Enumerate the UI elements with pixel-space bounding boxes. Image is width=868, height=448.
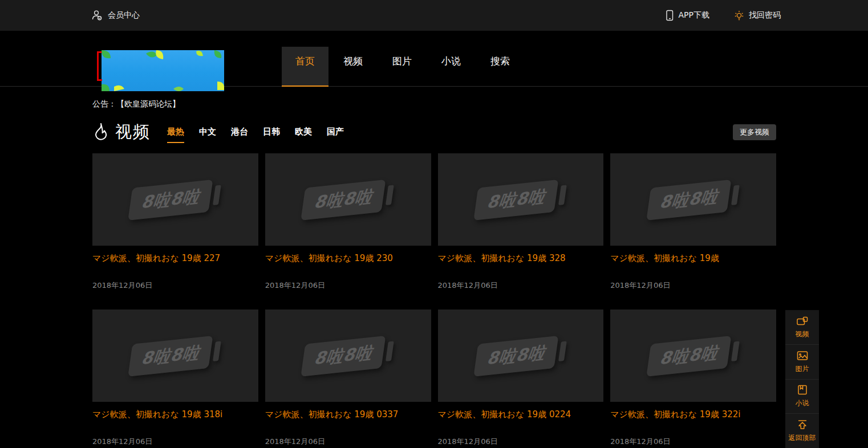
more-videos-button[interactable]: 更多视频 bbox=[733, 124, 776, 140]
watermark-logo: 8啦8啦 bbox=[301, 179, 394, 220]
float-nav-image-label: 图片 bbox=[796, 364, 809, 374]
video-thumbnail[interactable]: 8啦8啦 bbox=[610, 309, 776, 402]
float-nav-video[interactable]: 视频 bbox=[785, 310, 819, 344]
category-tab-hottest[interactable]: 最热 bbox=[167, 127, 184, 143]
app-download-link[interactable]: APP下载 bbox=[664, 10, 709, 21]
video-card[interactable]: 8啦8啦 マジ軟派、初撮れおな 19歳 230 2018年12月06日 bbox=[265, 153, 431, 309]
floating-side-nav: 视频 图片 小说 返回顶部 bbox=[785, 310, 819, 448]
video-date: 2018年12月06日 bbox=[438, 437, 604, 447]
video-section-header: 视频 最热 中文 港台 日韩 欧美 国产 更多视频 bbox=[92, 121, 776, 144]
topbar: 会员中心 APP下载 bbox=[0, 0, 868, 31]
video-thumbnail[interactable]: 8啦8啦 bbox=[265, 309, 431, 402]
app-download-label: APP下载 bbox=[679, 10, 709, 21]
video-thumbnail[interactable]: 8啦8啦 bbox=[265, 153, 431, 246]
video-card[interactable]: 8啦8啦 マジ軟派、初撮れおな 19歳 0224 2018年12月06日 bbox=[438, 309, 604, 448]
user-icon bbox=[91, 10, 103, 21]
book-icon bbox=[797, 384, 808, 396]
watermark-logo: 8啦8啦 bbox=[129, 179, 222, 220]
nav-tab-video[interactable]: 视频 bbox=[328, 47, 378, 87]
member-center-label: 会员中心 bbox=[108, 10, 140, 21]
watermark-logo: 8啦8啦 bbox=[474, 179, 567, 220]
float-nav-back-to-top[interactable]: 返回顶部 bbox=[785, 413, 819, 448]
flame-icon bbox=[92, 123, 109, 142]
nav-tab-novel[interactable]: 小说 bbox=[427, 47, 476, 87]
watermark-logo: 8啦8啦 bbox=[647, 179, 740, 220]
lightbulb-icon bbox=[733, 10, 745, 21]
float-nav-back-to-top-label: 返回顶部 bbox=[789, 433, 816, 443]
watermark-logo: 8啦8啦 bbox=[474, 335, 567, 376]
watermark-logo: 8啦8啦 bbox=[647, 335, 740, 376]
video-date: 2018年12月06日 bbox=[438, 280, 604, 291]
video-date: 2018年12月06日 bbox=[92, 280, 258, 291]
site-logo[interactable] bbox=[102, 50, 224, 91]
main-nav: 首页 视频 图片 小说 搜索 bbox=[282, 47, 525, 87]
announcement-text: 公告：【欧皇源码论坛】 bbox=[92, 99, 180, 108]
category-tab-domestic[interactable]: 国产 bbox=[327, 127, 344, 143]
section-title: 视频 bbox=[92, 121, 151, 144]
logo-leaves bbox=[102, 50, 224, 91]
video-date: 2018年12月06日 bbox=[265, 280, 431, 291]
video-date: 2018年12月06日 bbox=[92, 437, 258, 447]
section-heading: 视频 bbox=[115, 121, 151, 144]
video-title[interactable]: マジ軟派、初撮れおな 19歳 227 bbox=[92, 253, 258, 264]
category-tab-hk-tw[interactable]: 港台 bbox=[231, 127, 248, 143]
float-nav-image[interactable]: 图片 bbox=[785, 344, 819, 379]
category-tabs: 最热 中文 港台 日韩 欧美 国产 bbox=[160, 127, 351, 143]
video-date: 2018年12月06日 bbox=[610, 280, 776, 291]
video-title[interactable]: マジ軟派、初撮れおな 19歳 0337 bbox=[265, 409, 431, 420]
video-date: 2018年12月06日 bbox=[610, 437, 776, 447]
image-icon bbox=[796, 350, 809, 361]
video-camera-icon bbox=[796, 315, 809, 327]
announcement-bar: 公告：【欧皇源码论坛】 bbox=[92, 99, 868, 109]
watermark-logo: 8啦8啦 bbox=[129, 335, 222, 376]
video-card[interactable]: 8啦8啦 マジ軟派、初撮れおな 19歳 322i 2018年12月06日 bbox=[610, 309, 776, 448]
video-grid: 8啦8啦 マジ軟派、初撮れおな 19歳 227 2018年12月06日 8啦8啦… bbox=[92, 153, 776, 448]
phone-icon bbox=[664, 10, 675, 21]
watermark-logo: 8啦8啦 bbox=[301, 335, 394, 376]
find-password-label: 找回密码 bbox=[749, 10, 781, 21]
member-center-link[interactable]: 会员中心 bbox=[91, 10, 140, 21]
video-thumbnail[interactable]: 8啦8啦 bbox=[438, 309, 604, 402]
arrow-up-icon bbox=[796, 419, 809, 430]
video-thumbnail[interactable]: 8啦8啦 bbox=[92, 309, 258, 402]
video-card[interactable]: 8啦8啦 マジ軟派、初撮れおな 19歳 227 2018年12月06日 bbox=[92, 153, 258, 309]
video-card[interactable]: 8啦8啦 マジ軟派、初撮れおな 19歳 318i 2018年12月06日 bbox=[92, 309, 258, 448]
video-title[interactable]: マジ軟派、初撮れおな 19歳 bbox=[610, 253, 776, 264]
video-thumbnail[interactable]: 8啦8啦 bbox=[610, 153, 776, 246]
video-card[interactable]: 8啦8啦 マジ軟派、初撮れおな 19歳 2018年12月06日 bbox=[610, 153, 776, 309]
video-title[interactable]: マジ軟派、初撮れおな 19歳 230 bbox=[265, 253, 431, 264]
float-nav-novel[interactable]: 小说 bbox=[785, 379, 819, 414]
float-nav-video-label: 视频 bbox=[796, 329, 809, 339]
find-password-link[interactable]: 找回密码 bbox=[733, 10, 781, 21]
video-date: 2018年12月06日 bbox=[265, 437, 431, 447]
nav-tab-search[interactable]: 搜索 bbox=[476, 47, 525, 87]
site-header: 首页 视频 图片 小说 搜索 bbox=[0, 31, 868, 87]
video-card[interactable]: 8啦8啦 マジ軟派、初撮れおな 19歳 328 2018年12月06日 bbox=[438, 153, 604, 309]
video-thumbnail[interactable]: 8啦8啦 bbox=[438, 153, 604, 246]
video-title[interactable]: マジ軟派、初撮れおな 19歳 322i bbox=[610, 409, 776, 420]
video-thumbnail[interactable]: 8啦8啦 bbox=[92, 153, 258, 246]
video-title[interactable]: マジ軟派、初撮れおな 19歳 318i bbox=[92, 409, 258, 420]
video-title[interactable]: マジ軟派、初撮れおな 19歳 328 bbox=[438, 253, 604, 264]
video-card[interactable]: 8啦8啦 マジ軟派、初撮れおな 19歳 0337 2018年12月06日 bbox=[265, 309, 431, 448]
nav-tab-home[interactable]: 首页 bbox=[282, 47, 328, 87]
nav-tab-image[interactable]: 图片 bbox=[378, 47, 427, 87]
category-tab-chinese[interactable]: 中文 bbox=[199, 127, 216, 143]
topbar-right: APP下载 找回密码 bbox=[664, 10, 781, 21]
float-nav-novel-label: 小说 bbox=[796, 398, 809, 408]
category-tab-western[interactable]: 欧美 bbox=[295, 127, 312, 143]
video-title[interactable]: マジ軟派、初撮れおな 19歳 0224 bbox=[438, 409, 604, 420]
category-tab-jp-kr[interactable]: 日韩 bbox=[263, 127, 280, 143]
